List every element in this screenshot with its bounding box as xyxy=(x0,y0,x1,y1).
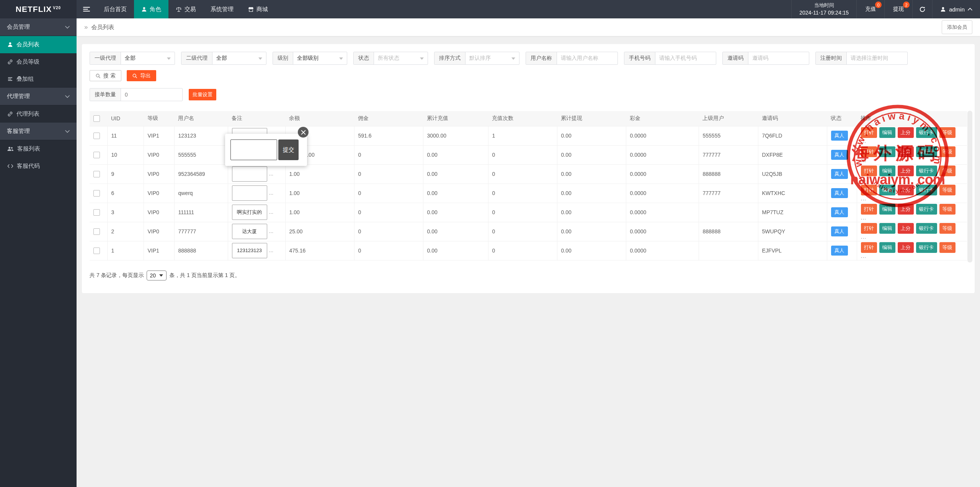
action-level-button[interactable]: 等级 xyxy=(939,242,956,253)
search-button[interactable]: 搜 索 xyxy=(90,70,121,81)
action-add-score-button[interactable]: 上分 xyxy=(898,185,914,195)
action-level-button[interactable]: 等级 xyxy=(939,185,956,195)
filter-invite-code-input[interactable]: 邀请码 xyxy=(748,52,809,64)
row-checkbox[interactable] xyxy=(93,133,100,139)
remark-input[interactable] xyxy=(232,185,267,201)
action-level-button[interactable]: 等级 xyxy=(939,166,956,176)
filter-status-select[interactable]: 所有状态 xyxy=(374,52,428,64)
remark-submit-button[interactable]: 提交 xyxy=(278,139,299,160)
nav-item-roles[interactable]: 角色 xyxy=(134,0,168,18)
action-inject-button[interactable]: 打针 xyxy=(861,146,877,157)
action-add-score-button[interactable]: 上分 xyxy=(898,242,914,253)
action-inject-button[interactable]: 打针 xyxy=(861,204,877,215)
row-checkbox[interactable] xyxy=(93,248,100,254)
filter-secondary-agent-select[interactable]: 全部 xyxy=(212,52,266,64)
batch-set-button[interactable]: 批量设置 xyxy=(189,89,216,100)
row-more-button[interactable]: ... xyxy=(861,234,867,240)
sidebar-item-member-level[interactable]: 会员等级 xyxy=(0,53,77,71)
row-more-button[interactable]: ... xyxy=(861,215,867,221)
filter-primary-agent-select[interactable]: 全部 xyxy=(121,52,175,64)
row-checkbox[interactable] xyxy=(93,209,100,216)
recharge-nav-button[interactable]: 充值 0 xyxy=(856,0,884,18)
filter-register-time-input[interactable]: 请选择注册时间 xyxy=(847,52,907,64)
nav-item-system[interactable]: 系统管理 xyxy=(203,0,241,18)
sidebar-group-member-mgmt[interactable]: 会员管理 xyxy=(0,18,77,36)
sidebar-item-service-code[interactable]: 客服代码 xyxy=(0,157,77,175)
select-all-checkbox[interactable] xyxy=(93,115,100,122)
status-badge[interactable]: 真人 xyxy=(831,131,848,141)
export-button[interactable]: 导出 xyxy=(127,70,156,81)
action-edit-button[interactable]: 编辑 xyxy=(879,127,895,138)
action-edit-button[interactable]: 编辑 xyxy=(879,166,895,176)
row-checkbox[interactable] xyxy=(93,152,100,158)
filter-username-input[interactable]: 请输入用户名称 xyxy=(557,52,617,64)
withdraw-nav-button[interactable]: 提现 2 xyxy=(884,0,912,18)
action-add-score-button[interactable]: 上分 xyxy=(898,127,914,138)
action-bank-card-button[interactable]: 银行卡 xyxy=(916,204,937,215)
action-level-button[interactable]: 等级 xyxy=(939,223,956,234)
refresh-button[interactable] xyxy=(912,0,932,18)
action-bank-card-button[interactable]: 银行卡 xyxy=(916,166,937,176)
action-level-button[interactable]: 等级 xyxy=(939,127,956,138)
action-add-score-button[interactable]: 上分 xyxy=(898,146,914,157)
action-add-score-button[interactable]: 上分 xyxy=(898,204,914,215)
status-badge[interactable]: 真人 xyxy=(831,169,848,179)
nav-item-shop[interactable]: 商城 xyxy=(241,0,275,18)
action-inject-button[interactable]: 打针 xyxy=(861,185,877,195)
sidebar-item-service-list[interactable]: 客服列表 xyxy=(0,140,77,157)
user-menu[interactable]: admin xyxy=(932,0,980,18)
row-checkbox[interactable] xyxy=(93,228,100,235)
action-edit-button[interactable]: 编辑 xyxy=(879,242,895,253)
filter-sort-select[interactable]: 默认排序 xyxy=(466,52,519,64)
row-more-button[interactable]: ... xyxy=(861,176,867,182)
per-page-select[interactable]: 20 xyxy=(147,271,167,280)
action-bank-card-button[interactable]: 银行卡 xyxy=(916,146,937,157)
status-badge[interactable]: 真人 xyxy=(831,150,848,160)
remark-input[interactable] xyxy=(232,166,267,182)
sidebar-toggle-button[interactable] xyxy=(77,0,96,18)
action-add-score-button[interactable]: 上分 xyxy=(898,223,914,234)
nav-item-home[interactable]: 后台首页 xyxy=(96,0,134,18)
action-edit-button[interactable]: 编辑 xyxy=(879,204,895,215)
filter-phone-input[interactable]: 请输入手机号码 xyxy=(655,52,716,64)
row-checkbox[interactable] xyxy=(93,190,100,197)
status-badge[interactable]: 真人 xyxy=(831,188,848,198)
row-more-button[interactable]: ... xyxy=(861,138,867,144)
action-inject-button[interactable]: 打针 xyxy=(861,166,877,176)
action-inject-button[interactable]: 打针 xyxy=(861,223,877,234)
action-bank-card-button[interactable]: 银行卡 xyxy=(916,242,937,253)
table-scrollbar[interactable] xyxy=(967,111,972,262)
remark-input[interactable]: 123123123 xyxy=(232,243,267,258)
action-bank-card-button[interactable]: 银行卡 xyxy=(916,127,937,138)
action-inject-button[interactable]: 打针 xyxy=(861,242,877,253)
action-edit-button[interactable]: 编辑 xyxy=(879,223,895,234)
action-inject-button[interactable]: 打针 xyxy=(861,127,877,138)
action-edit-button[interactable]: 编辑 xyxy=(879,146,895,157)
sidebar-group-agent-mgmt[interactable]: 代理管理 xyxy=(0,88,77,105)
remark-input[interactable]: 啊实打实的 xyxy=(232,205,267,220)
status-badge[interactable]: 真人 xyxy=(831,207,848,217)
add-member-button[interactable]: 添加会员 xyxy=(942,20,972,34)
action-level-button[interactable]: 等级 xyxy=(939,146,956,157)
action-bank-card-button[interactable]: 银行卡 xyxy=(916,185,937,195)
nav-item-trade[interactable]: 交易 xyxy=(168,0,203,18)
filter-level-select[interactable]: 全部级别 xyxy=(293,52,347,64)
popup-close-button[interactable] xyxy=(298,127,309,138)
sidebar-group-service-mgmt[interactable]: 客服管理 xyxy=(0,123,77,140)
remark-input[interactable]: 达大厦 xyxy=(232,224,267,239)
sidebar-item-member-list[interactable]: 会员列表 xyxy=(0,36,77,53)
sidebar-item-agent-list[interactable]: 代理列表 xyxy=(0,105,77,123)
row-more-button[interactable]: ... xyxy=(861,195,867,202)
action-edit-button[interactable]: 编辑 xyxy=(879,185,895,195)
status-badge[interactable]: 真人 xyxy=(831,226,848,236)
action-add-score-button[interactable]: 上分 xyxy=(898,166,914,176)
row-more-button[interactable]: ... xyxy=(861,253,867,259)
order-qty-input[interactable]: 0 xyxy=(121,89,182,101)
row-more-button[interactable]: ... xyxy=(861,157,867,163)
row-checkbox[interactable] xyxy=(93,171,100,177)
action-level-button[interactable]: 等级 xyxy=(939,204,956,215)
sidebar-item-stack-group[interactable]: 叠加组 xyxy=(0,71,77,88)
status-badge[interactable]: 真人 xyxy=(831,246,848,256)
action-bank-card-button[interactable]: 银行卡 xyxy=(916,223,937,234)
remark-popup-input[interactable] xyxy=(230,139,277,160)
